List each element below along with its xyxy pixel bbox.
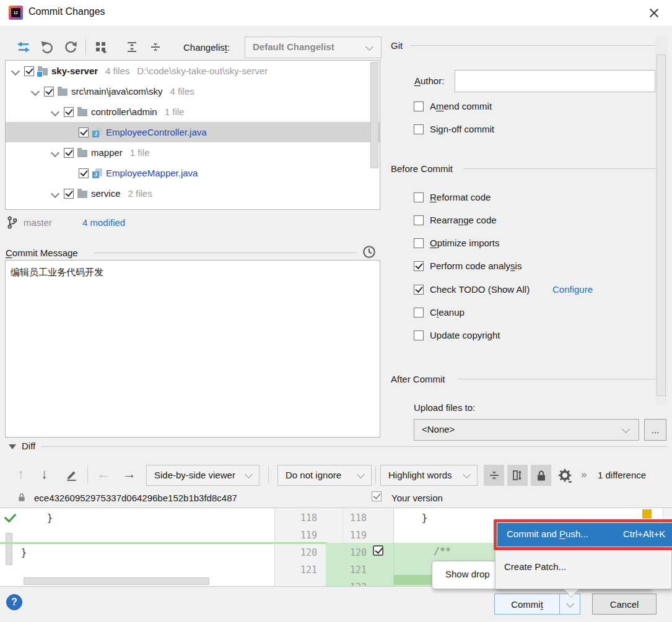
section-rule [94, 253, 357, 253]
rearrange-code-checkbox[interactable] [414, 215, 424, 227]
cleanup-checkbox[interactable] [414, 308, 424, 319]
line-number: 121 [275, 564, 317, 576]
your-version-checkbox[interactable] [372, 491, 382, 503]
close-icon[interactable] [648, 7, 660, 19]
folder-icon [77, 150, 87, 157]
tree-row-file-partial[interactable] [6, 204, 380, 210]
tree-row-folder[interactable]: src\main\java\com\sky 4 files [6, 81, 380, 102]
commit-dropdown-button[interactable] [559, 594, 580, 615]
checkbox[interactable] [24, 66, 34, 76]
group-by-icon[interactable] [92, 38, 110, 56]
collapse-unchanged-toggle[interactable] [484, 465, 504, 486]
author-label: Author: [414, 76, 444, 86]
modified-files-link[interactable]: 4 modified [82, 217, 125, 228]
show-diff-icon[interactable] [15, 38, 32, 56]
next-difference-icon[interactable]: ↓ [41, 466, 48, 482]
changelist-select[interactable]: Default Changelist [245, 37, 382, 58]
checkbox[interactable] [79, 127, 89, 137]
checkbox[interactable] [64, 148, 74, 158]
tree-node-filecount: 4 files [170, 86, 194, 97]
checkbox[interactable] [44, 87, 54, 97]
chevron-expanded-icon[interactable] [51, 148, 59, 157]
check-todo-checkbox[interactable] [414, 285, 424, 296]
line-number: 119 [343, 530, 367, 541]
prev-difference-icon[interactable]: ↑ [17, 466, 24, 482]
code-analysis-checkbox[interactable] [414, 261, 424, 273]
tree-row-file-selected[interactable]: EmployeeController.java [6, 122, 380, 142]
cancel-button[interactable]: Cancel [592, 594, 657, 615]
chevron-expanded-icon[interactable] [51, 189, 59, 197]
chevron-expanded-icon[interactable] [11, 66, 20, 75]
edit-source-icon[interactable] [64, 467, 78, 483]
upload-target-select[interactable]: <None> [414, 419, 639, 441]
refresh-icon[interactable] [62, 38, 79, 56]
prev-change-icon[interactable]: ← [97, 466, 110, 482]
line-number: 121 [343, 564, 367, 576]
checkbox[interactable] [79, 168, 89, 178]
tree-vertical-scrollbar[interactable] [370, 62, 378, 168]
toolbar-separator [85, 39, 86, 55]
code-line-added: /** [434, 546, 451, 557]
checkbox[interactable] [64, 107, 74, 117]
menu-item-commit-and-push[interactable]: Commit and Push... Ctrl+Alt+K [497, 523, 672, 546]
changelist-value: Default Changelist [253, 41, 334, 52]
update-copyright-checkbox[interactable] [414, 330, 424, 342]
expand-all-icon[interactable] [123, 38, 141, 56]
checkbox[interactable] [79, 209, 89, 210]
configure-todo-link[interactable]: Configure [552, 284, 593, 295]
commit-message-input[interactable]: 编辑员工业务代码开发 [5, 260, 380, 438]
section-rule [458, 379, 657, 379]
section-rule [410, 45, 657, 46]
signoff-commit-checkbox[interactable] [414, 124, 424, 136]
toolbar-separator [268, 466, 269, 483]
diff-collapse-triangle-icon[interactable] [9, 444, 16, 449]
optimize-imports-checkbox[interactable] [414, 238, 424, 250]
disable-editing-toggle[interactable] [531, 465, 551, 486]
next-change-icon[interactable]: → [123, 466, 136, 482]
applied-check-icon [4, 511, 17, 523]
right-revision-label: Your version [391, 493, 443, 503]
tree-row-module[interactable]: sky-server 4 files D:\code\sky-take-out\… [6, 61, 380, 81]
author-input[interactable] [455, 70, 655, 92]
commit-button-label: Commit [511, 599, 543, 610]
check-todo-label: Check TODO (Show All) [430, 284, 530, 295]
amend-commit-label: Amend commit [430, 101, 492, 111]
line-number: 119 [275, 530, 317, 541]
include-change-checkbox[interactable] [373, 545, 383, 558]
tree-node-filecount: 1 file [130, 147, 150, 158]
left-pane-hscrollbar[interactable] [24, 577, 209, 585]
tree-row-folder[interactable]: service 2 files [6, 183, 380, 204]
diff-left-gutter: 118 119 120 121 [274, 508, 343, 587]
chevron-expanded-icon[interactable] [31, 87, 40, 95]
toolbar-separator [87, 466, 88, 483]
chevron-expanded-icon[interactable] [51, 107, 59, 116]
tree-row-file[interactable]: EmployeeMapper.java [6, 163, 380, 183]
tree-row-folder[interactable]: controller\admin 1 file [6, 102, 380, 122]
left-pane-scrollbar[interactable] [6, 533, 12, 565]
tree-node-name: EmployeeController.java [106, 127, 207, 137]
diff-settings-gear-icon[interactable] [557, 468, 572, 485]
browse-label: ... [652, 425, 660, 435]
message-history-icon[interactable] [362, 245, 376, 261]
diff-left-pane[interactable]: } } [0, 508, 274, 587]
viewer-mode-select[interactable]: Side-by-side viewer [146, 465, 260, 486]
browse-upload-button[interactable]: ... [644, 419, 666, 441]
checkbox[interactable] [64, 189, 74, 199]
commit-button[interactable]: Commit [494, 594, 560, 615]
whitespace-select[interactable]: Do not ignore [277, 465, 372, 486]
amend-commit-checkbox[interactable] [414, 102, 424, 113]
line-number: 118 [275, 512, 317, 524]
sync-scroll-toggle[interactable] [507, 465, 528, 486]
highlight-mode-select[interactable]: Highlight words [380, 465, 478, 486]
added-range-connector [326, 543, 343, 587]
tree-row-folder[interactable]: mapper 1 file [6, 142, 380, 163]
rollback-icon[interactable] [38, 38, 56, 56]
help-icon[interactable]: ? [6, 594, 22, 610]
toolbar-overflow-icon[interactable]: » [581, 469, 585, 481]
reformat-code-checkbox[interactable] [414, 192, 424, 204]
panel-scrollbar-thumb[interactable] [657, 54, 666, 396]
commit-message-label: Commit Message [6, 248, 78, 258]
collapse-all-icon[interactable] [147, 38, 164, 56]
tree-node-name: controller\admin [91, 106, 157, 117]
menu-item-create-patch[interactable]: Create Patch... [504, 561, 566, 572]
